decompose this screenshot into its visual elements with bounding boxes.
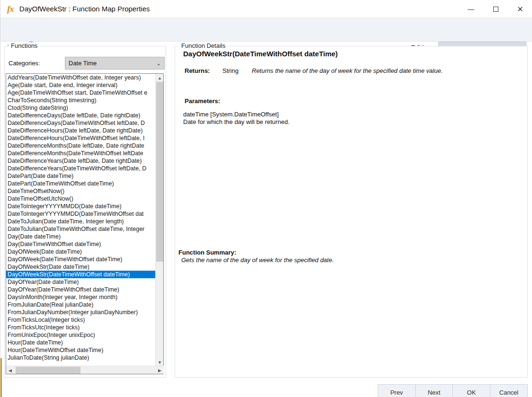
footer-buttons: PrevNextOKCancel	[378, 384, 528, 397]
parameter-description: Date for which the day will be returned.	[183, 118, 290, 125]
list-item[interactable]: DayOfWeekStr(Date dateTime)	[6, 263, 156, 271]
parameters-label: Parameters:	[185, 97, 220, 105]
function-details-title: Function Details	[179, 42, 228, 49]
function-list: AddYears(DateTimeWithOffset date, Intege…	[6, 74, 156, 366]
vertical-scrollbar-thumb[interactable]	[156, 82, 163, 262]
list-item[interactable]: DateDifferenceMonths(DateTimeWithOffset …	[6, 150, 156, 157]
list-item[interactable]: FromJulianDayNumber(Integer julianDayNum…	[6, 309, 156, 316]
chevron-down-icon: ⌄	[156, 60, 161, 67]
function-summary-label: Function Summary:	[178, 249, 236, 256]
list-item[interactable]: Day(Date dateTime)	[6, 233, 156, 240]
list-item[interactable]: DateToIntegerYYYYMMDD(Date dateTime)	[6, 203, 156, 210]
list-item[interactable]: DateToJulian(Date dateTime, Integer leng…	[6, 218, 156, 225]
close-button[interactable]: ✕	[508, 0, 532, 18]
list-item[interactable]: DayOfYear(DateTimeWithOffset dateTime)	[6, 286, 156, 293]
list-item[interactable]: DateToIntegerYYYYMMDD(DateTimeWithOffset…	[6, 210, 156, 218]
categories-dropdown-value: Date Time	[69, 60, 156, 67]
parameter-name: dateTime [System.DateTimeOffset]	[183, 111, 279, 118]
list-item[interactable]: DateTimeOffsetUtcNow()	[6, 195, 156, 203]
scroll-down-icon[interactable]: ▼	[156, 358, 164, 366]
window-controls: — ✕	[459, 0, 532, 18]
maximize-icon	[493, 7, 498, 12]
scroll-up-icon[interactable]: ▲	[156, 74, 164, 82]
list-item[interactable]: CharToSeconds(String timestring)	[6, 97, 156, 104]
list-item[interactable]: DateTimeOffsetNow()	[6, 187, 156, 195]
prev-button[interactable]: Prev	[378, 384, 416, 397]
vertical-scrollbar[interactable]: ▲ ▼	[155, 74, 163, 366]
list-item[interactable]: FromTicksUtc(Integer ticks)	[6, 324, 156, 331]
function-details-panel: Function Details DayOfWeekStr(DateTimeWi…	[175, 46, 528, 378]
functions-panel-title: Functions	[9, 42, 40, 49]
list-item[interactable]: Hour(Date dateTime)	[6, 339, 156, 346]
list-item[interactable]: DateDifferenceHours(DateTimeWithOffset l…	[6, 134, 156, 142]
ok-button[interactable]: OK	[452, 384, 490, 397]
toolbar: ← → ▼ Editing: DayOfWeekStr ▼	[0, 18, 532, 42]
returns-row: Returns:StringReturns the name of the da…	[185, 67, 516, 74]
next-button[interactable]: Next	[415, 384, 453, 397]
list-item[interactable]: DateDifferenceHours(Date leftDate, Date …	[6, 127, 156, 134]
list-item[interactable]: DayOfWeek(DateTimeWithOffset dateTime)	[6, 256, 156, 263]
horizontal-scrollbar-thumb[interactable]	[16, 367, 80, 374]
list-item[interactable]: DatePart(DateTimeWithOffset dateTime)	[6, 180, 156, 187]
list-item[interactable]: Hour(DateTimeWithOffset dateTime)	[6, 346, 156, 354]
function-map-properties-dialog: fx DayOfWeekStr : Function Map Propertie…	[0, 0, 532, 397]
scroll-right-icon[interactable]: ▶	[156, 366, 164, 374]
minimize-button[interactable]: —	[459, 0, 483, 18]
list-item[interactable]: Ctod(String dateString)	[6, 104, 156, 112]
list-item[interactable]: FromTicksLocal(Integer ticks)	[6, 316, 156, 324]
returns-label: Returns:	[185, 67, 222, 74]
cancel-button[interactable]: Cancel	[490, 384, 528, 397]
fx-app-icon: fx	[7, 4, 14, 14]
title-bar: fx DayOfWeekStr : Function Map Propertie…	[0, 0, 532, 18]
functions-panel: Functions Categories: Date Time ⌄ AddYea…	[4, 46, 166, 378]
list-item[interactable]: DayOfWeekStr(DateTimeWithOffset dateTime…	[6, 271, 156, 278]
list-item[interactable]: Day(DateTimeWithOffset dateTime)	[6, 240, 156, 248]
maximize-button[interactable]	[483, 0, 508, 18]
list-item[interactable]: DatePart(Date dateTime)	[6, 172, 156, 180]
list-item[interactable]: Age(Date start, Date end, Integer interv…	[6, 81, 156, 89]
list-item[interactable]: Age(DateTimeWithOffset start, DateTimeWi…	[6, 89, 156, 97]
function-signature: DayOfWeekStr(DateTimeWithOffset dateTime…	[183, 50, 338, 58]
list-item[interactable]: DaysInMonth(Integer year, Integer month)	[6, 293, 156, 301]
list-item[interactable]: DayOfWeek(Date dateTime)	[6, 248, 156, 256]
categories-dropdown[interactable]: Date Time ⌄	[65, 57, 165, 70]
list-item[interactable]: DateDifferenceDays(Date leftDate, Date r…	[6, 112, 156, 119]
list-item[interactable]: JulianToDate(String julianDate)	[6, 354, 156, 362]
scroll-left-icon[interactable]: ◀	[6, 366, 14, 374]
list-item[interactable]: DayOfYear(Date dateTime)	[6, 278, 156, 286]
returns-type: String	[222, 67, 252, 74]
list-item[interactable]: AddYears(DateTimeWithOffset date, Intege…	[6, 74, 156, 81]
list-item[interactable]: DateDifferenceYears(DateTimeWithOffset l…	[6, 165, 156, 172]
list-item[interactable]: DateToJulian(DateTimeWithOffset dateTime…	[6, 225, 156, 233]
window-edge-artifact	[0, 358, 2, 397]
list-item[interactable]: FromUnixEpoc(Integer unixEpoc)	[6, 331, 156, 339]
returns-description: Returns the name of the day of week for …	[252, 67, 443, 74]
list-item[interactable]: DateDifferenceMonths(Date leftDate, Date…	[6, 142, 156, 150]
list-item[interactable]: DateDifferenceDays(DateTimeWithOffset le…	[6, 119, 156, 127]
window-title: DayOfWeekStr : Function Map Properties	[19, 5, 150, 13]
list-item[interactable]: DateDifferenceYears(Date leftDate, Date …	[6, 157, 156, 165]
function-summary-text: Gets the name of the day of week for the…	[181, 256, 334, 264]
categories-label: Categories:	[9, 60, 40, 67]
horizontal-scrollbar[interactable]: ◀ ▶	[6, 366, 164, 374]
list-item[interactable]: FromJulianDate(Real julianDate)	[6, 301, 156, 309]
function-listbox: AddYears(DateTimeWithOffset date, Intege…	[6, 73, 164, 374]
